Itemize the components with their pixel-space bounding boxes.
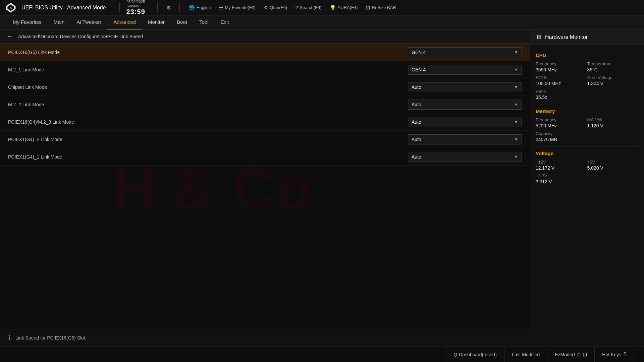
setting-value-wrap: Auto▼: [408, 100, 522, 110]
setting-value-wrap: Auto▼: [408, 152, 522, 162]
cpu-temp-col: Temperature 35°C: [587, 61, 639, 72]
nav-item-advanced[interactable]: Advanced: [107, 15, 142, 29]
setting-label: PCIEX16(G5) Link Mode: [8, 50, 408, 55]
mem-capacity-label: Capacity: [536, 131, 639, 136]
time-display: 23:59: [126, 8, 145, 15]
chevron-down-icon: ▼: [514, 50, 518, 55]
cpu-corevolt-col: Core Voltage 1.304 V: [587, 75, 639, 86]
nav-item-exit[interactable]: Exit: [214, 15, 235, 29]
memory-section-title: Memory: [536, 108, 639, 114]
nav-item-tool[interactable]: Tool: [193, 15, 215, 29]
dropdown-value: Auto: [412, 154, 421, 160]
qfan-btn[interactable]: ⚙ Qfan(F6): [262, 4, 289, 11]
cpu-ratio-label: Ratio: [536, 89, 639, 94]
info-icon: ℹ: [8, 334, 11, 342]
search-icon: ?: [295, 5, 298, 10]
chevron-down-icon: ▼: [514, 155, 518, 159]
dropdown-value: Auto: [412, 137, 421, 142]
hotkeys-btn[interactable]: Hot Keys ?: [595, 347, 634, 362]
divider: [119, 3, 120, 12]
dropdown-value: Auto: [412, 102, 421, 107]
hw-monitor-content: CPU Frequency 3550 MHz Temperature 35°C …: [530, 45, 644, 347]
info-text: Link Speed for PCIEX16(G5) Slot.: [15, 335, 87, 341]
chevron-down-icon: ▼: [514, 120, 518, 124]
last-modified-btn[interactable]: Last Modified: [504, 347, 547, 362]
cpu-freq-value: 3550 MHz: [536, 67, 587, 72]
dropdown-box[interactable]: GEN 4▼: [408, 47, 522, 57]
settings-btn[interactable]: ⚙: [164, 4, 173, 11]
setting-value-wrap: Auto▼: [408, 134, 522, 144]
setting-row[interactable]: PCIEX16(G5) Link ModeGEN 4▼: [0, 44, 530, 61]
chevron-down-icon: ▼: [514, 85, 518, 89]
mem-volt-label: MC Volt: [587, 117, 639, 122]
bottom-bar: Q-Dashboard(Insert) Last Modified EzMode…: [0, 347, 644, 362]
hw-monitor-title: Hardware Monitor: [545, 34, 588, 40]
info-bar: ℹ Link Speed for PCIEX16(G5) Slot.: [0, 329, 530, 347]
dropdown-box[interactable]: Auto▼: [408, 134, 522, 144]
volt-5-label: +5V: [587, 160, 639, 165]
hardware-monitor-panel: 🖥 Hardware Monitor CPU Frequency 3550 MH…: [530, 29, 644, 347]
globe-icon: 🌐: [189, 5, 195, 11]
cpu-ratio-row: Ratio 35.5x: [536, 89, 639, 100]
monitor-icon: 🖥: [536, 34, 542, 41]
cpu-corevolt-value: 1.304 V: [587, 81, 639, 86]
mem-freq-label: Frequency: [536, 117, 587, 122]
nav-item-boot[interactable]: Boot: [171, 15, 193, 29]
left-content: H & Co ← Advanced\Onboard Devices Config…: [0, 29, 530, 347]
nav-item-favorites[interactable]: My Favorites: [7, 15, 48, 29]
resize-bar-btn[interactable]: ⊡ ReSize BAR: [364, 4, 398, 11]
settings-list: PCIEX16(G5) Link ModeGEN 4▼M.2_1 Link Mo…: [0, 44, 530, 329]
setting-row[interactable]: Chipset Link ModeAuto▼: [0, 78, 530, 96]
svg-text:A: A: [10, 6, 12, 10]
language-btn[interactable]: 🌐 English: [186, 4, 213, 11]
chevron-down-icon: ▼: [514, 67, 518, 72]
aura-icon: 💡: [330, 5, 336, 11]
cpu-corevolt-label: Core Voltage: [587, 75, 639, 80]
volt-5-value: 5.020 V: [587, 165, 639, 171]
mem-volt-col: MC Volt 1.120 V: [587, 117, 639, 128]
cpu-temp-label: Temperature: [587, 61, 639, 66]
ezmode-btn[interactable]: EzMode(F7) ⊡: [547, 347, 595, 362]
dropdown-box[interactable]: Auto▼: [408, 82, 522, 92]
hw-divider-1: [536, 104, 639, 104]
breadcrumb-text: Advanced\Onboard Devices Configuration\P…: [18, 34, 143, 39]
breadcrumb-bar: ← Advanced\Onboard Devices Configuration…: [0, 29, 530, 44]
volt-33-label: +3.3V: [536, 173, 639, 178]
chevron-down-icon: ▼: [514, 137, 518, 142]
setting-label: Chipset Link Mode: [8, 84, 408, 90]
setting-row[interactable]: M.2_2 Link ModeAuto▼: [0, 96, 530, 113]
mem-freq-volt-row: Frequency 5200 MHz MC Volt 1.120 V: [536, 117, 639, 128]
dropdown-value: GEN 4: [412, 50, 426, 55]
setting-value-wrap: Auto▼: [408, 117, 522, 127]
aura-btn[interactable]: 💡 AURA(F4): [328, 4, 360, 11]
volt-5-col: +5V 5.020 V: [587, 160, 639, 171]
cpu-bclk-col: BCLK 100.00 MHz: [536, 75, 587, 86]
mem-freq-col: Frequency 5200 MHz: [536, 117, 587, 128]
dropdown-box[interactable]: Auto▼: [408, 117, 522, 127]
voltage-section-title: Voltage: [536, 150, 639, 156]
setting-row[interactable]: PCIEX16(G4)/M.2_3 Link ModeAuto▼: [0, 113, 530, 131]
mem-capacity-value: 24576 MB: [536, 137, 639, 142]
dropdown-box[interactable]: Auto▼: [408, 152, 522, 162]
datetime-block: 03/02/2025Sunday 23:59: [126, 0, 145, 15]
setting-row[interactable]: PCIEX1(G4)_2 Link ModeAuto▼: [0, 131, 530, 148]
dropdown-box[interactable]: GEN 4▼: [408, 65, 522, 75]
setting-value-wrap: Auto▼: [408, 82, 522, 92]
setting-label: PCIEX1(G4)_2 Link Mode: [8, 137, 408, 142]
cpu-freq-col: Frequency 3550 MHz: [536, 61, 587, 72]
dropdown-box[interactable]: Auto▼: [408, 100, 522, 110]
qdashboard-btn[interactable]: Q-Dashboard(Insert): [446, 347, 504, 362]
volt-33-col: +3.3V 3.312 V: [536, 173, 639, 184]
cpu-freq-temp-row: Frequency 3550 MHz Temperature 35°C: [536, 61, 639, 72]
nav-item-main[interactable]: Main: [48, 15, 71, 29]
mem-volt-value: 1.120 V: [587, 123, 639, 128]
search-btn[interactable]: ? Search(F9): [293, 4, 323, 11]
nav-item-monitor[interactable]: Monitor: [142, 15, 171, 29]
setting-row[interactable]: M.2_1 Link ModeGEN 4▼: [0, 61, 530, 78]
cpu-temp-value: 35°C: [587, 67, 639, 72]
back-button[interactable]: ←: [7, 33, 13, 40]
favorite-btn[interactable]: ☰ My Favorite(F3): [217, 4, 258, 11]
chevron-down-icon: ▼: [514, 102, 518, 107]
setting-row[interactable]: PCIEX1(G4)_1 Link ModeAuto▼: [0, 148, 530, 166]
nav-item-aitweaker[interactable]: Ai Tweaker: [70, 15, 107, 29]
